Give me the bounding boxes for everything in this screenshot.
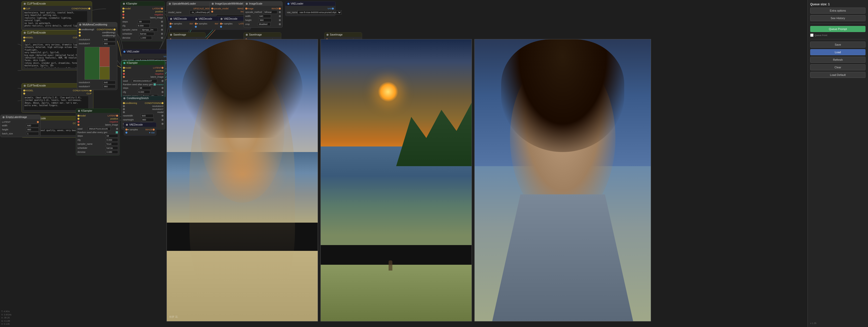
port-latent-in-ks3[interactable]	[122, 17, 124, 19]
port-neg-ks3[interactable]	[122, 13, 124, 15]
port-vae-1[interactable]	[169, 26, 172, 28]
scheduler-input-3[interactable]	[139, 32, 154, 36]
seed-input-2[interactable]	[88, 127, 111, 131]
steps-input-1[interactable]: 68	[138, 86, 151, 90]
port-samples-3[interactable]	[220, 23, 222, 25]
port-samples-4[interactable]	[125, 129, 127, 131]
port-cfg3[interactable]	[161, 25, 163, 27]
port-model-ks3[interactable]	[122, 7, 124, 9]
port-model-ks2[interactable]	[78, 115, 80, 117]
port-neg-ks2[interactable]	[78, 121, 80, 123]
port-image-scale-in[interactable]	[245, 7, 247, 9]
port-cond-cs[interactable]	[123, 102, 125, 104]
port-steps1[interactable]	[161, 87, 163, 89]
extra-options-button[interactable]: Extra options	[810, 7, 866, 13]
new-height-input[interactable]	[141, 118, 154, 122]
sampler-input-3[interactable]	[141, 28, 157, 32]
port-scheduler3[interactable]	[161, 33, 163, 35]
random-seed-check-1[interactable]	[153, 83, 156, 86]
port-strength[interactable]	[161, 123, 163, 125]
port-neg-ks1[interactable]	[123, 73, 125, 75]
port-latent-out-2[interactable]	[37, 121, 39, 123]
port-vae-4[interactable]	[125, 132, 127, 134]
latent-width-2[interactable]	[26, 124, 39, 127]
steps-input-2[interactable]	[105, 134, 118, 138]
port-upscale-model-in[interactable]	[211, 7, 213, 9]
upscale-method-input[interactable]	[264, 10, 277, 14]
port-cond-out-cs[interactable]	[161, 102, 163, 104]
crop-input[interactable]	[258, 23, 271, 26]
port-cfg1[interactable]	[161, 91, 163, 93]
port-latent-in-ks2[interactable]	[78, 124, 80, 126]
save-button[interactable]: Save	[810, 42, 866, 47]
port-resy-cs[interactable]	[123, 108, 125, 110]
latent-height-2[interactable]	[26, 128, 39, 131]
port-samples-2[interactable]	[195, 23, 197, 25]
seed-input-1[interactable]	[132, 79, 157, 83]
port-resx-cs[interactable]	[123, 105, 125, 107]
port-latent-in-ks1[interactable]	[123, 76, 125, 78]
port-pos-ks2[interactable]	[78, 118, 80, 120]
port-latent-ks1[interactable]	[161, 67, 163, 69]
port-denoise3[interactable]	[161, 37, 163, 39]
port-samples-1[interactable]	[169, 23, 172, 25]
port-sampler3[interactable]	[161, 29, 163, 31]
port-image-upscale-in[interactable]	[211, 10, 213, 12]
port-nh[interactable]	[161, 119, 163, 121]
port-cond0[interactable]	[79, 29, 81, 31]
scheduler-input-2[interactable]	[105, 146, 118, 150]
see-history-button[interactable]: See History	[810, 15, 866, 21]
resolution-x2-input[interactable]	[103, 81, 116, 84]
canvas-area[interactable]: CLIPTextEncode CLIP CONDITIONING masterp…	[0, 0, 807, 327]
new-width-input[interactable]	[141, 114, 153, 118]
resolution-x-input[interactable]	[103, 38, 116, 41]
queue-front-checkbox[interactable]	[810, 34, 813, 37]
port-scale-w[interactable]	[279, 15, 281, 17]
steps-input-3[interactable]	[138, 20, 151, 24]
port-seed2[interactable]	[116, 128, 118, 130]
port-steps3[interactable]	[161, 21, 163, 23]
sampler-input-2[interactable]	[105, 142, 118, 146]
vae-name-select-2[interactable]: vae-ft-mse-840000-ema-pruned.ckpt	[298, 10, 342, 14]
port-method[interactable]	[279, 11, 281, 13]
scale-height-input[interactable]	[259, 19, 272, 22]
port-model-2[interactable]	[23, 37, 25, 39]
denoise-input-2[interactable]	[105, 150, 118, 154]
port-vae-out-2[interactable]	[332, 7, 334, 9]
cfg-input-3[interactable]	[137, 24, 150, 28]
cfg-input-1[interactable]: 8.000	[137, 90, 150, 94]
port-latent-ks3[interactable]	[161, 7, 163, 9]
port-clip-3[interactable]	[23, 93, 25, 95]
port-scale-h[interactable]	[279, 19, 281, 21]
clear-button[interactable]: Clear	[810, 64, 866, 70]
port-pos-ks3[interactable]	[122, 10, 124, 12]
port-model-cs[interactable]	[123, 111, 125, 113]
resolution-y2-input[interactable]	[103, 85, 116, 88]
queue-prompt-button[interactable]: Queue Prompt	[810, 26, 866, 32]
port-cond1[interactable]	[79, 32, 81, 34]
port-latent-ks2[interactable]	[116, 115, 118, 117]
load-button[interactable]: Load	[810, 49, 866, 55]
port-vae-3[interactable]	[220, 26, 222, 28]
load-default-button[interactable]: Load Default	[810, 72, 866, 78]
random-seed-check-2[interactable]	[116, 131, 118, 134]
port-model-3[interactable]	[23, 90, 25, 92]
cfg-input-2[interactable]	[105, 138, 118, 142]
port-cond2[interactable]	[79, 35, 81, 37]
port-pos-ks1[interactable]	[123, 70, 125, 72]
port-crop[interactable]	[279, 23, 281, 25]
port-vae-2[interactable]	[195, 26, 197, 28]
latent-batch-2[interactable]	[26, 132, 39, 135]
port-image-scale-out[interactable]	[279, 7, 281, 9]
port-clip-2[interactable]	[23, 40, 25, 42]
resolution-y-input[interactable]	[103, 42, 116, 45]
port-clip[interactable]	[23, 7, 25, 9]
port-image-out-4[interactable]	[153, 129, 155, 131]
port-conditioning-out[interactable]	[88, 7, 90, 9]
refresh-button[interactable]: Refresh	[810, 57, 866, 63]
scale-width-input[interactable]	[258, 14, 271, 18]
port-cond-out-multi[interactable]	[114, 29, 116, 31]
denoise-input-3[interactable]	[139, 36, 152, 40]
port-seed1[interactable]	[161, 80, 163, 82]
port-model-ks1[interactable]	[123, 67, 125, 69]
